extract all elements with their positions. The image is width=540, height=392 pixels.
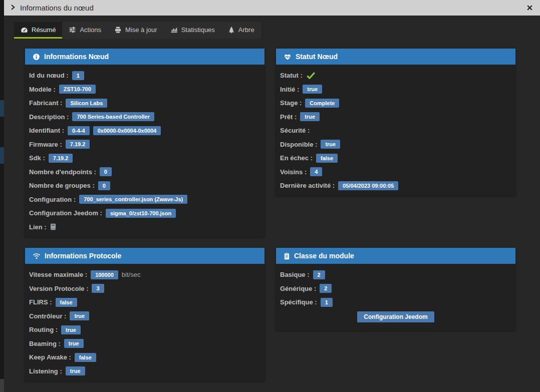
row-label: Listening : [29,367,62,375]
info-row-fabricant: Fabricant :Silicon Labs [29,96,260,110]
close-icon[interactable] [525,4,534,12]
panel-title: Statut Nœud [296,53,338,61]
value-badge: 0-4-4 [68,126,90,135]
value-badge: 2 [313,270,325,279]
row-label: Nombre de groupes : [29,182,95,189]
panel-header-module-class: Classe du module [276,248,515,264]
panel-title: Informations Nœud [44,53,109,61]
panel-body: Id du nœud :1Modèle :ZST10-700Fabricant … [25,65,264,237]
panel-title: Classe du module [294,252,354,260]
value-badge: 1 [321,298,333,307]
info-row-routing: Routing :true [29,323,260,337]
panel-body: Basique :2Générique :2Spécifique :1Confi… [276,264,515,330]
row-label: Basique : [280,271,310,278]
panel-header-protocol-info: Informations Protocole [25,248,264,264]
value-badge: 3 [92,284,104,293]
update-icon [114,26,122,34]
row-label: Keep Awake : [29,353,71,361]
row-label: Spécifique : [280,298,317,306]
value-badge: true [303,85,322,94]
value-badge: ZST10-700 [59,85,96,94]
row-label: FLIRS : [29,298,52,306]
tab-bar: RésuméActionsMise à jourStatistiquesArbr… [14,22,261,39]
row-label: Beaming : [29,340,61,347]
modal-content: RésuméActionsMise à jourStatistiquesArbr… [4,16,540,392]
info-row-sdk: Sdk :7.19.2 [29,151,260,165]
tab-statistiques[interactable]: Statistiques [164,22,221,39]
value-badge: true [300,112,320,121]
value-badge: 0x0000-0x0004-0x0004 [93,126,161,135]
panel-title: Informations Protocole [45,252,121,260]
book-icon[interactable] [50,223,56,230]
panel-body: Vitesse maximale :100000bit/secVersion P… [25,264,264,381]
value-badge: 1 [72,71,84,80]
value-badge: 700_series_controller.json (Zwave-Js) [79,195,187,204]
tab-actions[interactable]: Actions [62,22,108,39]
info-row-en-echec: En échec :false [280,151,511,165]
info-row-generique: Générique :2 [280,282,511,296]
chevron-right-icon [10,4,16,13]
background-corner-element [0,379,4,392]
panel-body: Statut :Initié :trueStage :CompletePrêt … [276,65,515,196]
clipboard-icon [284,252,290,260]
row-label: Nombre d'endpoints : [29,168,96,176]
row-label: Routing : [29,326,58,333]
configuration-jeedom-button[interactable]: Configuration Jeedom [357,311,434,322]
value-badge: 700 Series-based Controller [72,112,154,121]
background-fragment [0,100,4,117]
value-badge: 100000 [91,270,118,279]
row-label: Sdk : [29,154,45,162]
value-badge: 0 [98,181,110,190]
tab-mise-a-jour[interactable]: Mise à jour [108,22,164,39]
row-label: Configuration : [29,196,76,203]
panel-header-node-info: Informations Nœud [25,49,264,65]
value-badge: sigma_0/zst10-700.json [106,209,176,218]
sliders-icon [69,26,76,34]
info-row-identifiant: Identifiant :0-4-40x0000-0x0004-0x0004 [29,124,260,138]
info-row-specifique: Spécifique :1 [280,295,511,309]
value-badge: true [70,311,89,320]
row-label: Voisins : [280,168,307,176]
value-badge: 05/04/2023 09:00:05 [338,181,398,190]
tab-resume[interactable]: Résumé [14,22,62,39]
info-row-flirs: FLIRS :false [29,295,260,309]
row-label: En échec : [280,154,313,162]
row-label: Contrôleur : [29,312,66,320]
row-label: Initié : [280,86,299,93]
row-label: Id du nœud : [29,72,69,79]
info-row-pret: Prêt :true [280,110,511,124]
modal-titlebar: Informations du nœud [4,0,540,16]
row-label: Stage : [280,99,302,107]
value-badge: true [64,339,84,348]
background-fragment [0,147,4,164]
value-badge: Silicon Labs [66,99,107,108]
value-badge: 7.19.2 [49,154,73,163]
info-row-basique: Basique :2 [280,268,511,282]
value-badge: 7.19.2 [66,140,90,149]
tab-label: Statistiques [181,26,215,34]
panel-node-info: Informations NœudId du nœud :1Modèle :ZS… [25,49,264,237]
tab-arbre[interactable]: Arbre [221,22,261,39]
value-badge: true [321,140,340,149]
row-label: Statut : [280,72,303,79]
info-row-id-du-n-ud: Id du nœud :1 [29,69,260,83]
panel-protocol-info: Informations ProtocoleVitesse maximale :… [25,248,264,381]
tab-label: Arbre [238,26,254,34]
value-badge: true [66,366,85,375]
info-row-description: Description :700 Series-based Controller [29,110,260,124]
button-row: Configuration Jeedom [280,309,511,327]
info-row-nombre-de-groupes: Nombre de groupes :0 [29,179,260,193]
row-label: Configuration Jeedom : [29,209,102,217]
value-badge: true [61,325,81,334]
row-label: Modèle : [29,86,56,93]
info-row-statut: Statut : [280,69,511,83]
value-suffix: bit/sec [122,271,141,278]
background-page-sliver [0,0,4,392]
info-row-modele: Modèle :ZST10-700 [29,83,260,97]
row-label: Vitesse maximale : [29,271,87,278]
panel-node-status: Statut NœudStatut :Initié :trueStage :Co… [276,49,515,196]
row-label: Dernière activité : [280,182,335,189]
row-label: Disponible : [280,141,317,148]
info-row-lien: Lien : [29,220,260,234]
row-label: Générique : [280,285,316,292]
